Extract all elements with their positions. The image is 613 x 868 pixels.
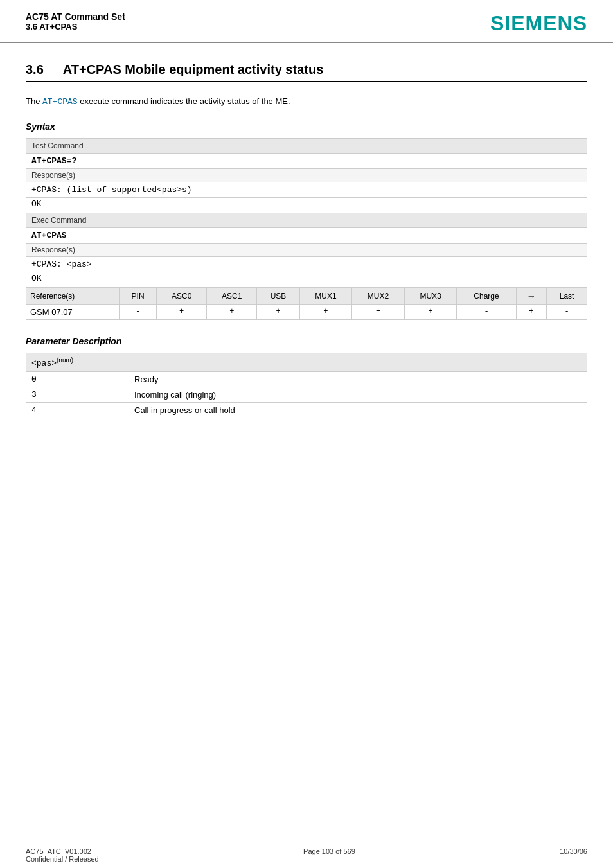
- exec-command-block: Exec Command AT+CPAS Response(s) +CPAS: …: [26, 213, 587, 288]
- ref-cell-name: GSM 07.07: [26, 304, 120, 319]
- parameter-table: <pas>(num) 0Ready3Incoming call (ringing…: [26, 353, 587, 418]
- param-value: 4: [26, 402, 129, 418]
- ref-header-last: Last: [547, 288, 587, 304]
- ref-cell-charge: -: [457, 304, 516, 319]
- syntax-heading: Syntax: [26, 121, 587, 132]
- ref-cell-pin: -: [120, 304, 157, 319]
- ref-header-0: Reference(s): [26, 288, 120, 304]
- param-description: Ready: [129, 371, 587, 387]
- test-command-code: AT+CPAS=?: [26, 154, 587, 169]
- footer-status: Confidential / Released: [26, 855, 99, 863]
- exec-command-code: AT+CPAS: [26, 228, 587, 244]
- footer-date: 10/30/06: [560, 847, 587, 855]
- test-response-code: +CPAS: (list of supported<pas>s): [26, 182, 587, 198]
- main-content: 3.6 AT+CPAS Mobile equipment activity st…: [0, 43, 613, 444]
- ref-header-usb: USB: [257, 288, 299, 304]
- footer-doc-id: AC75_ATC_V01.002: [26, 847, 99, 855]
- test-response-label: Response(s): [26, 169, 587, 182]
- exec-response-label: Response(s): [26, 244, 587, 257]
- table-row: GSM 07.07 - + + + + + + - + -: [26, 304, 587, 319]
- description-link: AT+CPAS: [42, 97, 78, 107]
- ref-header-asc0: ASC0: [157, 288, 207, 304]
- param-header: <pas>(num): [26, 353, 587, 371]
- list-item: 3Incoming call (ringing): [26, 387, 587, 402]
- list-item: 0Ready: [26, 371, 587, 387]
- reference-table: Reference(s) PIN ASC0 ASC1 USB MUX1 MUX2…: [26, 288, 587, 320]
- ref-header-asc1: ASC1: [207, 288, 257, 304]
- page-footer: AC75_ATC_V01.002 Confidential / Released…: [0, 842, 613, 868]
- footer-page: Page 103 of 569: [303, 847, 355, 855]
- test-ok: OK: [26, 198, 587, 213]
- exec-ok: OK: [26, 272, 587, 287]
- ref-cell-last: -: [547, 304, 587, 319]
- param-value: 0: [26, 371, 129, 387]
- list-item: 4Call in progress or call hold: [26, 402, 587, 418]
- section-number: 3.6: [26, 62, 44, 77]
- ref-header-mux3: MUX3: [404, 288, 457, 304]
- doc-title: AC75 AT Command Set: [26, 12, 125, 22]
- description: The AT+CPAS execute command indicates th…: [26, 95, 587, 109]
- header-left: AC75 AT Command Set 3.6 AT+CPAS: [26, 12, 125, 31]
- ref-header-mux2: MUX2: [352, 288, 405, 304]
- ref-cell-mux1: +: [299, 304, 352, 319]
- ref-header-charge: Charge: [457, 288, 516, 304]
- param-value: 3: [26, 387, 129, 402]
- section-title: AT+CPAS Mobile equipment activity status: [63, 62, 323, 77]
- ref-cell-mux2: +: [352, 304, 405, 319]
- ref-header-pin: PIN: [120, 288, 157, 304]
- header-right: SIEMENS: [490, 12, 587, 35]
- ref-header-arrow: →: [516, 288, 547, 304]
- exec-response-code: +CPAS: <pas>: [26, 257, 587, 272]
- test-command-block: Test Command AT+CPAS=? Response(s) +CPAS…: [26, 138, 587, 213]
- section-heading: 3.6 AT+CPAS Mobile equipment activity st…: [26, 62, 587, 82]
- param-description-heading: Parameter Description: [26, 336, 587, 346]
- ref-cell-mux3: +: [404, 304, 457, 319]
- doc-subtitle: 3.6 AT+CPAS: [26, 22, 125, 31]
- ref-cell-asc0: +: [157, 304, 207, 319]
- ref-cell-usb: +: [257, 304, 299, 319]
- ref-cell-asc1: +: [207, 304, 257, 319]
- footer-left: AC75_ATC_V01.002 Confidential / Released: [26, 847, 99, 863]
- description-prefix: The: [26, 96, 42, 106]
- exec-command-label: Exec Command: [26, 213, 587, 228]
- param-description: Incoming call (ringing): [129, 387, 587, 402]
- page-header: AC75 AT Command Set 3.6 AT+CPAS SIEMENS: [0, 0, 613, 43]
- param-description: Call in progress or call hold: [129, 402, 587, 418]
- description-suffix: execute command indicates the activity s…: [78, 96, 290, 106]
- ref-header-mux1: MUX1: [299, 288, 352, 304]
- footer-center: Page 103 of 569: [303, 847, 355, 863]
- test-command-label: Test Command: [26, 139, 587, 154]
- brand-logo: SIEMENS: [490, 12, 587, 35]
- footer-right: 10/30/06: [560, 847, 587, 863]
- ref-cell-arrow: +: [516, 304, 547, 319]
